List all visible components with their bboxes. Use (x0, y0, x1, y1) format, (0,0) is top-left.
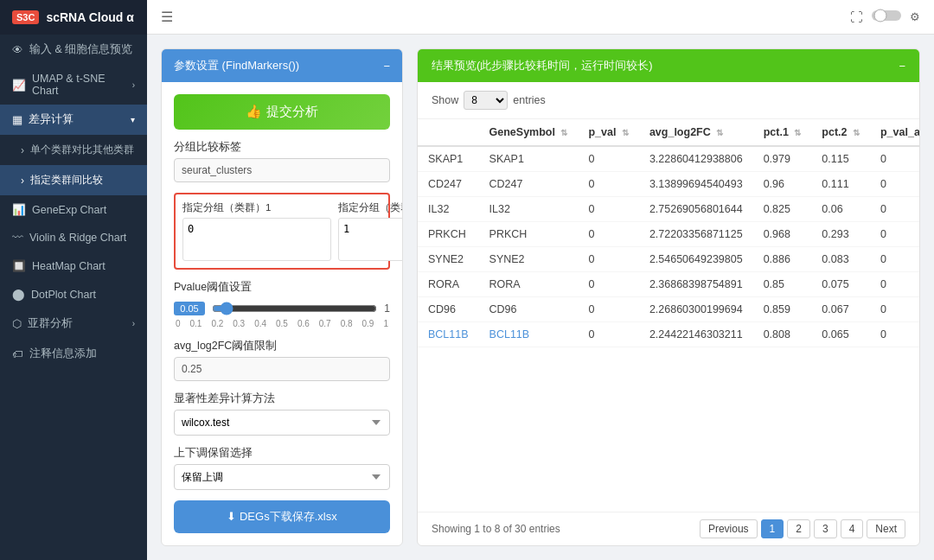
page-1-button[interactable]: 1 (761, 519, 784, 538)
sidebar-item-label: 亚群分析 (28, 316, 73, 331)
download-button[interactable]: ⬇ DEGs下载保存.xlsx (174, 500, 390, 533)
col-header-genesymbol[interactable]: GeneSymbol ⇅ (479, 119, 579, 146)
col-header-pval[interactable]: p_val ⇅ (578, 119, 638, 146)
bar-chart-icon: 📊 (12, 203, 26, 216)
logfc-input[interactable] (174, 357, 390, 381)
table-header: GeneSymbol ⇅ p_val ⇅ avg_log2FC ⇅ pct.1 … (418, 119, 919, 146)
sidebar-item-label: 单个类群对比其他类群 (30, 143, 134, 157)
sidebar-item-violin-ridge[interactable]: 〰 Violin & Ridge Chart (0, 224, 147, 251)
page-4-button[interactable]: 4 (841, 519, 864, 538)
showing-text: Showing 1 to 8 of 30 entries (432, 523, 560, 535)
sidebar-item-label: 输入 & 细胞信息预览 (29, 42, 132, 57)
sidebar-item-specified-compare[interactable]: › 指定类群间比较 (0, 165, 147, 195)
logfc-label: avg_log2FC阈值限制 (174, 339, 390, 353)
col-header-avglog2fc[interactable]: avg_log2FC ⇅ (639, 119, 753, 146)
sidebar-item-heatmap[interactable]: 🔲 HeatMap Chart (0, 251, 147, 280)
sidebar-item-input-preview[interactable]: 👁 输入 & 细胞信息预览 (0, 35, 147, 65)
left-panel-header: 参数设置 (FindMarkers()) − (162, 49, 402, 82)
cell-pct2: 0.111 (811, 172, 870, 197)
pagination: Previous 1 2 3 4 Next (700, 519, 905, 538)
toggle-icon[interactable] (872, 8, 901, 26)
page-3-button[interactable]: 3 (814, 519, 837, 538)
cell-row-label[interactable]: BCL11B (418, 322, 479, 347)
left-panel-collapse-icon[interactable]: − (383, 60, 390, 73)
cell-pvaladjust: 0 (870, 272, 919, 297)
group-label-input[interactable] (174, 158, 390, 182)
arrow-icon: › (21, 175, 24, 187)
sidebar-item-label: UMAP & t-SNE Chart (32, 73, 126, 97)
entries-select[interactable]: 5 8 10 25 50 100 (464, 91, 508, 110)
cell-pval: 0 (578, 272, 638, 297)
sidebar-item-umap-tsne[interactable]: 📈 UMAP & t-SNE Chart › (0, 65, 147, 105)
dot-icon: ⬤ (12, 288, 25, 301)
cell-row-label: SYNE2 (418, 247, 479, 272)
topbar-right: ⛶ ⚙ (850, 8, 920, 26)
tag-icon: 🏷 (12, 348, 23, 360)
pvalue-max-label: 1 (384, 302, 390, 315)
group1-label: 指定分组（类群）1 (182, 201, 331, 214)
eye-icon: 👁 (12, 44, 23, 56)
cell-genesymbol[interactable]: BCL11B (479, 322, 579, 347)
cell-row-label: PRKCH (418, 222, 479, 247)
gear-icon[interactable]: ⚙ (910, 10, 920, 23)
group-compare-row: 指定分组（类群）1 0 指定分组（类群）2 1 (174, 193, 390, 270)
col-header-pct1[interactable]: pct.1 ⇅ (753, 119, 812, 146)
left-panel: 参数设置 (FindMarkers()) − 👍 提交分析 分组比较标签 指定分… (161, 48, 403, 546)
cell-pct1: 0.85 (753, 272, 812, 297)
table-row: PRKCH PRKCH 0 2.72203356871125 0.968 0.2… (418, 222, 919, 247)
results-header-title: 结果预览(此步骤比较耗时间，运行时间较长) (432, 58, 653, 73)
cell-pval: 0 (578, 322, 638, 347)
col-header-pvaladjust[interactable]: p_val_adj ⇅ (870, 119, 919, 146)
cell-pct2: 0.06 (811, 197, 870, 222)
table-row: CD96 CD96 0 2.26860300199694 0.859 0.067… (418, 297, 919, 322)
results-table: GeneSymbol ⇅ p_val ⇅ avg_log2FC ⇅ pct.1 … (418, 119, 919, 347)
sidebar-item-diff-calc[interactable]: ▦ 差异计算 ▾ (0, 105, 147, 135)
sort-icon: ⇅ (794, 128, 801, 137)
cell-genesymbol: CD247 (479, 172, 579, 197)
sort-icon: ⇅ (622, 128, 629, 137)
cell-avglog2fc: 2.26860300199694 (639, 297, 753, 322)
group2-textarea[interactable]: 1 (338, 218, 402, 261)
pvalue-slider[interactable] (212, 302, 377, 315)
sidebar-item-geneexp[interactable]: 📊 GeneExp Chart (0, 195, 147, 224)
left-panel-body: 👍 提交分析 分组比较标签 指定分组（类群）1 0 指定分组（类群）2 1 (162, 82, 402, 545)
sidebar-item-annotation[interactable]: 🏷 注释信息添加 (0, 339, 147, 369)
cell-pct2: 0.067 (811, 297, 870, 322)
cell-pct1: 0.859 (753, 297, 812, 322)
group1-textarea[interactable]: 0 (182, 218, 331, 261)
direction-select[interactable]: 保留上调 保留下调 全部保留 (174, 464, 390, 490)
page-2-button[interactable]: 2 (787, 519, 810, 538)
fullscreen-icon[interactable]: ⛶ (850, 10, 863, 24)
cell-genesymbol: CD96 (479, 297, 579, 322)
right-panel: 结果预览(此步骤比较耗时间，运行时间较长) − Show 5 8 10 25 5… (417, 48, 920, 546)
sidebar-item-label: GeneExp Chart (32, 204, 106, 216)
group-label-title: 分组比较标签 (174, 140, 390, 155)
col-header-pct2[interactable]: pct.2 ⇅ (811, 119, 870, 146)
chevron-right-icon: › (132, 319, 135, 328)
submit-button[interactable]: 👍 提交分析 (174, 94, 390, 130)
chevron-right-icon: › (132, 80, 135, 90)
next-button[interactable]: Next (867, 519, 905, 538)
direction-section: 上下调保留选择 保留上调 保留下调 全部保留 (174, 446, 390, 490)
results-header-collapse-icon[interactable]: − (899, 60, 905, 73)
sidebar-item-single-vs-others[interactable]: › 单个类群对比其他类群 (0, 135, 147, 165)
cell-avglog2fc: 2.75269056801644 (639, 197, 753, 222)
topbar: ☰ ⛶ ⚙ (147, 0, 934, 35)
sidebar-item-subclusters[interactable]: ⬡ 亚群分析 › (0, 309, 147, 339)
table-row: SKAP1 SKAP1 0 3.22860412938806 0.979 0.1… (418, 146, 919, 172)
pvalue-badge: 0.05 (174, 302, 205, 315)
sidebar: S3C scRNA Cloud α 👁 输入 & 细胞信息预览 📈 UMAP &… (0, 0, 147, 560)
cell-avglog2fc: 2.36868398754891 (639, 272, 753, 297)
cell-pct1: 0.968 (753, 222, 812, 247)
cell-genesymbol: SKAP1 (479, 146, 579, 172)
hamburger-icon[interactable]: ☰ (161, 9, 173, 25)
sidebar-item-dotplot[interactable]: ⬤ DotPlot Chart (0, 280, 147, 309)
cell-pct2: 0.293 (811, 222, 870, 247)
cell-pvaladjust: 0 (870, 172, 919, 197)
test-method-select[interactable]: wilcox.test t.test DESeq2 (174, 410, 390, 436)
cell-row-label: CD96 (418, 297, 479, 322)
col-header-row (418, 119, 479, 146)
prev-button[interactable]: Previous (700, 519, 758, 538)
cell-pct1: 0.825 (753, 197, 812, 222)
cell-genesymbol: PRKCH (479, 222, 579, 247)
